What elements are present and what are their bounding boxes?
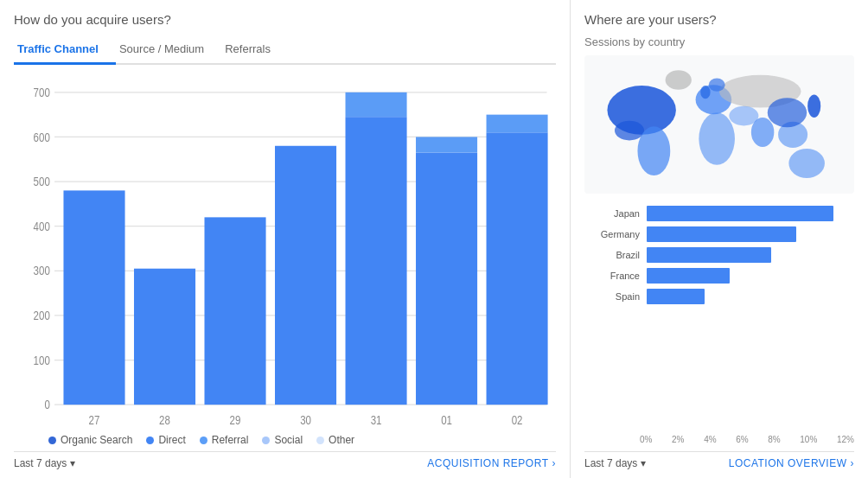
legend-social: Social (262, 434, 303, 446)
tab-traffic-channel[interactable]: Traffic Channel (14, 35, 116, 65)
tabs-container: Traffic Channel Source / Medium Referral… (14, 35, 556, 65)
svg-point-38 (700, 86, 710, 99)
chart-legend: Organic Search Direct Referral Social Ot… (14, 427, 556, 451)
svg-point-39 (709, 79, 725, 92)
right-date-dropdown[interactable]: Last 7 days ▾ (584, 457, 646, 469)
legend-label-organic: Organic Search (61, 434, 132, 446)
svg-point-26 (615, 121, 644, 141)
svg-text:29: 29 (230, 413, 241, 427)
bar-container-germany (647, 226, 854, 242)
country-label-spain: Spain (591, 291, 640, 302)
world-map (584, 55, 854, 194)
bar-aug31-top (346, 92, 407, 117)
country-label-france: France (591, 271, 640, 281)
bar-container-spain (647, 289, 854, 304)
country-row-spain: Spain (591, 289, 854, 304)
location-overview-link[interactable]: LOCATION OVERVIEW › (729, 457, 854, 469)
country-row-brazil: Brazil (591, 247, 854, 263)
bar-fill-brazil (647, 247, 771, 263)
bar-sep01-top (416, 137, 477, 152)
legend-other: Other (316, 434, 354, 446)
svg-point-37 (666, 70, 692, 90)
acquisition-report-link[interactable]: ACQUISITION REPORT › (427, 457, 556, 469)
bar-fill-spain (647, 289, 705, 304)
legend-dot-social (262, 437, 270, 444)
svg-text:31: 31 (371, 413, 382, 427)
bar-container-japan (647, 206, 854, 221)
svg-text:02: 02 (512, 413, 523, 427)
bar-aug27 (63, 190, 124, 405)
bar-aug31-main (346, 117, 407, 405)
right-date-label: Last 7 days (584, 457, 637, 469)
svg-text:500: 500 (34, 175, 50, 188)
svg-text:30: 30 (300, 413, 311, 427)
svg-text:0: 0 (44, 398, 49, 411)
right-panel: Where are your users? Sessions by countr… (571, 0, 868, 478)
left-panel-footer: Last 7 days ▾ ACQUISITION REPORT › (14, 451, 556, 469)
legend-label-other: Other (329, 434, 354, 446)
right-section-title: Where are your users? (584, 12, 854, 27)
legend-label-direct: Direct (158, 434, 185, 446)
bar-chart: 700 600 500 400 300 200 100 0 (14, 70, 556, 427)
legend-dot-organic (48, 437, 56, 444)
svg-text:28: 28 (159, 413, 170, 427)
bar-sep02-top (487, 115, 548, 133)
legend-label-referral: Referral (212, 434, 249, 446)
left-date-dropdown[interactable]: Last 7 days ▾ (14, 457, 75, 469)
bar-aug30 (275, 146, 336, 405)
country-label-japan: Japan (591, 208, 640, 219)
bar-fill-japan (647, 206, 833, 221)
legend-organic-search: Organic Search (48, 434, 132, 446)
bar-aug29 (204, 217, 265, 405)
svg-text:27: 27 (89, 413, 100, 427)
left-section-title: How do you acquire users? (14, 12, 556, 27)
sessions-by-country-label: Sessions by country (584, 35, 854, 48)
svg-text:300: 300 (34, 264, 50, 277)
bar-container-brazil (647, 247, 854, 263)
chart-area: 700 600 500 400 300 200 100 0 (14, 65, 556, 451)
right-panel-footer: Last 7 days ▾ LOCATION OVERVIEW › (584, 451, 854, 469)
left-date-label: Last 7 days (14, 457, 67, 469)
svg-point-29 (699, 112, 735, 165)
arrow-right-icon: › (552, 457, 557, 469)
legend-dot-referral (200, 437, 207, 444)
svg-text:700: 700 (34, 86, 50, 99)
svg-text:600: 600 (34, 130, 50, 143)
country-bar-chart: Japan Germany Brazil Franc (584, 206, 854, 433)
svg-point-34 (768, 98, 807, 127)
svg-text:01: 01 (441, 413, 452, 427)
country-label-brazil: Brazil (591, 250, 640, 260)
bar-container-france (647, 268, 854, 284)
svg-point-36 (788, 149, 825, 178)
bar-fill-france (647, 268, 730, 284)
arrow-right-icon-right: › (851, 457, 855, 469)
legend-label-social: Social (274, 434, 303, 446)
bar-fill-germany (647, 226, 796, 242)
country-chart-x-axis: 0% 2% 4% 6% 8% 10% 12% (584, 435, 854, 444)
chevron-down-icon-right: ▾ (641, 457, 646, 469)
bar-aug28 (134, 269, 195, 405)
tab-referrals[interactable]: Referrals (221, 35, 288, 65)
legend-dot-direct (146, 437, 154, 444)
country-row-france: France (591, 268, 854, 284)
bar-sep01-main (416, 153, 477, 405)
svg-point-35 (807, 94, 820, 117)
svg-text:100: 100 (34, 354, 50, 367)
legend-dot-other (316, 437, 324, 444)
svg-point-32 (751, 118, 774, 147)
legend-referral: Referral (200, 434, 249, 446)
svg-point-27 (637, 126, 670, 175)
chevron-down-icon: ▾ (70, 457, 75, 469)
svg-text:200: 200 (34, 309, 50, 322)
bar-sep02-main (487, 132, 548, 405)
svg-text:400: 400 (34, 220, 50, 233)
country-label-germany: Germany (591, 229, 640, 239)
legend-direct: Direct (146, 434, 185, 446)
country-row-japan: Japan (591, 206, 854, 221)
country-row-germany: Germany (591, 226, 854, 242)
tab-source-medium[interactable]: Source / Medium (116, 35, 221, 65)
left-panel: How do you acquire users? Traffic Channe… (0, 0, 571, 478)
